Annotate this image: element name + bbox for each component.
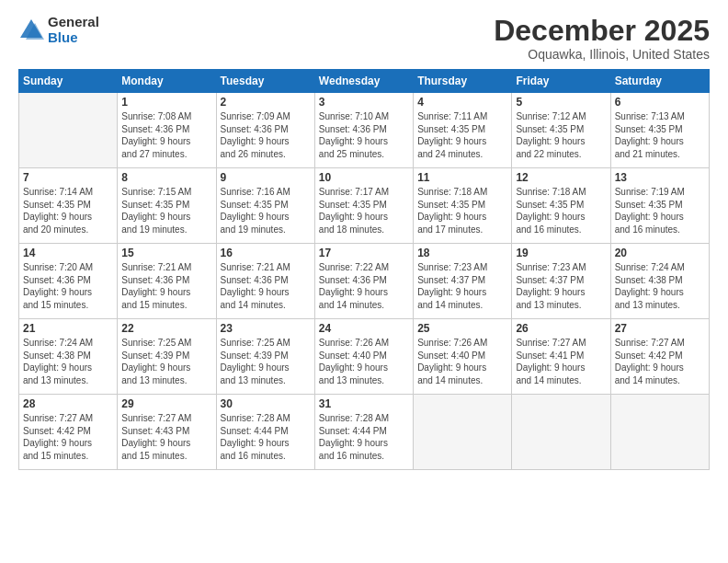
day-info: Sunrise: 7:25 AMSunset: 4:39 PMDaylight:… xyxy=(121,337,211,386)
day-info: Sunrise: 7:27 AMSunset: 4:42 PMDaylight:… xyxy=(23,412,113,462)
calendar-cell: 17Sunrise: 7:22 AMSunset: 4:36 PMDayligh… xyxy=(314,244,413,319)
day-info: Sunrise: 7:27 AMSunset: 4:41 PMDaylight:… xyxy=(516,337,606,386)
day-info: Sunrise: 7:24 AMSunset: 4:38 PMDaylight:… xyxy=(23,337,113,386)
day-number: 9 xyxy=(221,171,311,184)
main-title: December 2025 xyxy=(494,15,710,47)
day-info: Sunrise: 7:09 AMSunset: 4:36 PMDaylight:… xyxy=(221,110,311,160)
title-area: December 2025 Oquawka, Illinois, United … xyxy=(494,15,710,62)
day-info: Sunrise: 7:14 AMSunset: 4:35 PMDaylight:… xyxy=(23,186,113,236)
week-row-0: 1Sunrise: 7:08 AMSunset: 4:36 PMDaylight… xyxy=(19,93,710,168)
calendar-cell: 16Sunrise: 7:21 AMSunset: 4:36 PMDayligh… xyxy=(216,244,314,319)
day-number: 14 xyxy=(23,247,113,259)
day-info: Sunrise: 7:18 AMSunset: 4:35 PMDaylight:… xyxy=(516,186,606,236)
day-info: Sunrise: 7:20 AMSunset: 4:36 PMDaylight:… xyxy=(23,261,113,311)
day-info: Sunrise: 7:22 AMSunset: 4:36 PMDaylight:… xyxy=(319,261,409,311)
day-number: 23 xyxy=(221,322,311,335)
logo-icon xyxy=(18,17,44,43)
week-row-1: 7Sunrise: 7:14 AMSunset: 4:35 PMDaylight… xyxy=(19,168,710,244)
day-info: Sunrise: 7:16 AMSunset: 4:35 PMDaylight:… xyxy=(221,186,311,236)
day-number: 13 xyxy=(615,171,705,184)
day-number: 17 xyxy=(319,247,409,259)
calendar-cell: 30Sunrise: 7:28 AMSunset: 4:44 PMDayligh… xyxy=(216,395,314,470)
day-number: 6 xyxy=(615,96,705,109)
day-info: Sunrise: 7:27 AMSunset: 4:43 PMDaylight:… xyxy=(121,412,211,462)
day-info: Sunrise: 7:17 AMSunset: 4:35 PMDaylight:… xyxy=(319,186,409,236)
day-number: 26 xyxy=(516,322,606,335)
day-number: 11 xyxy=(417,171,507,184)
logo-general: General xyxy=(48,15,99,30)
logo-blue: Blue xyxy=(48,30,99,46)
calendar-cell: 23Sunrise: 7:25 AMSunset: 4:39 PMDayligh… xyxy=(216,319,314,395)
calendar-cell: 7Sunrise: 7:14 AMSunset: 4:35 PMDaylight… xyxy=(19,168,118,244)
day-info: Sunrise: 7:21 AMSunset: 4:36 PMDaylight:… xyxy=(121,261,211,311)
day-info: Sunrise: 7:19 AMSunset: 4:35 PMDaylight:… xyxy=(615,186,705,236)
calendar-cell: 4Sunrise: 7:11 AMSunset: 4:35 PMDaylight… xyxy=(414,93,512,168)
day-number: 27 xyxy=(615,322,705,335)
day-info: Sunrise: 7:13 AMSunset: 4:35 PMDaylight:… xyxy=(615,110,705,160)
calendar-table: Sunday Monday Tuesday Wednesday Thursday… xyxy=(18,69,710,470)
calendar-cell: 12Sunrise: 7:18 AMSunset: 4:35 PMDayligh… xyxy=(512,168,610,244)
day-info: Sunrise: 7:18 AMSunset: 4:35 PMDaylight:… xyxy=(417,186,507,236)
week-row-3: 21Sunrise: 7:24 AMSunset: 4:38 PMDayligh… xyxy=(19,319,710,395)
calendar-cell: 8Sunrise: 7:15 AMSunset: 4:35 PMDaylight… xyxy=(118,168,216,244)
week-row-2: 14Sunrise: 7:20 AMSunset: 4:36 PMDayligh… xyxy=(19,244,710,319)
week-row-4: 28Sunrise: 7:27 AMSunset: 4:42 PMDayligh… xyxy=(19,395,710,470)
day-info: Sunrise: 7:21 AMSunset: 4:36 PMDaylight:… xyxy=(221,261,311,311)
col-saturday: Saturday xyxy=(610,70,709,93)
calendar-cell: 22Sunrise: 7:25 AMSunset: 4:39 PMDayligh… xyxy=(118,319,216,395)
calendar-cell xyxy=(19,93,118,168)
calendar-cell: 15Sunrise: 7:21 AMSunset: 4:36 PMDayligh… xyxy=(118,244,216,319)
day-info: Sunrise: 7:26 AMSunset: 4:40 PMDaylight:… xyxy=(319,337,409,386)
day-number: 7 xyxy=(23,171,113,184)
col-tuesday: Tuesday xyxy=(216,70,314,93)
day-number: 18 xyxy=(417,247,507,259)
subtitle: Oquawka, Illinois, United States xyxy=(494,47,710,62)
day-number: 4 xyxy=(417,96,507,109)
day-number: 5 xyxy=(516,96,606,109)
calendar-cell: 19Sunrise: 7:23 AMSunset: 4:37 PMDayligh… xyxy=(512,244,610,319)
day-number: 24 xyxy=(319,322,409,335)
day-info: Sunrise: 7:12 AMSunset: 4:35 PMDaylight:… xyxy=(516,110,606,160)
header: General Blue December 2025 Oquawka, Illi… xyxy=(18,15,710,62)
day-info: Sunrise: 7:28 AMSunset: 4:44 PMDaylight:… xyxy=(221,412,311,462)
calendar-cell: 25Sunrise: 7:26 AMSunset: 4:40 PMDayligh… xyxy=(414,319,512,395)
calendar-cell xyxy=(512,395,610,470)
col-sunday: Sunday xyxy=(19,70,118,93)
day-info: Sunrise: 7:25 AMSunset: 4:39 PMDaylight:… xyxy=(221,337,311,386)
day-info: Sunrise: 7:28 AMSunset: 4:44 PMDaylight:… xyxy=(319,412,409,462)
calendar-cell: 26Sunrise: 7:27 AMSunset: 4:41 PMDayligh… xyxy=(512,319,610,395)
day-number: 30 xyxy=(221,397,311,410)
day-number: 21 xyxy=(23,322,113,335)
calendar-body: 1Sunrise: 7:08 AMSunset: 4:36 PMDaylight… xyxy=(19,93,710,470)
day-number: 10 xyxy=(319,171,409,184)
day-info: Sunrise: 7:08 AMSunset: 4:36 PMDaylight:… xyxy=(121,110,211,160)
calendar-cell: 21Sunrise: 7:24 AMSunset: 4:38 PMDayligh… xyxy=(19,319,118,395)
calendar-cell: 9Sunrise: 7:16 AMSunset: 4:35 PMDaylight… xyxy=(216,168,314,244)
calendar-header-row: Sunday Monday Tuesday Wednesday Thursday… xyxy=(19,70,710,93)
calendar-cell: 18Sunrise: 7:23 AMSunset: 4:37 PMDayligh… xyxy=(414,244,512,319)
calendar-cell: 29Sunrise: 7:27 AMSunset: 4:43 PMDayligh… xyxy=(118,395,216,470)
day-number: 29 xyxy=(121,397,211,410)
page: General Blue December 2025 Oquawka, Illi… xyxy=(0,0,728,563)
day-number: 25 xyxy=(417,322,507,335)
col-wednesday: Wednesday xyxy=(314,70,413,93)
calendar-cell: 27Sunrise: 7:27 AMSunset: 4:42 PMDayligh… xyxy=(610,319,709,395)
calendar-cell: 2Sunrise: 7:09 AMSunset: 4:36 PMDaylight… xyxy=(216,93,314,168)
calendar-cell: 20Sunrise: 7:24 AMSunset: 4:38 PMDayligh… xyxy=(610,244,709,319)
logo-text: General Blue xyxy=(48,15,99,45)
day-info: Sunrise: 7:27 AMSunset: 4:42 PMDaylight:… xyxy=(615,337,705,386)
day-number: 1 xyxy=(121,96,211,109)
day-info: Sunrise: 7:15 AMSunset: 4:35 PMDaylight:… xyxy=(121,186,211,236)
calendar-cell: 13Sunrise: 7:19 AMSunset: 4:35 PMDayligh… xyxy=(610,168,709,244)
calendar-cell xyxy=(610,395,709,470)
day-number: 22 xyxy=(121,322,211,335)
day-number: 31 xyxy=(319,397,409,410)
day-number: 2 xyxy=(221,96,311,109)
calendar-cell: 3Sunrise: 7:10 AMSunset: 4:36 PMDaylight… xyxy=(314,93,413,168)
day-info: Sunrise: 7:23 AMSunset: 4:37 PMDaylight:… xyxy=(516,261,606,311)
day-info: Sunrise: 7:11 AMSunset: 4:35 PMDaylight:… xyxy=(417,110,507,160)
day-number: 3 xyxy=(319,96,409,109)
calendar-cell: 1Sunrise: 7:08 AMSunset: 4:36 PMDaylight… xyxy=(118,93,216,168)
day-info: Sunrise: 7:23 AMSunset: 4:37 PMDaylight:… xyxy=(417,261,507,311)
calendar-cell xyxy=(414,395,512,470)
